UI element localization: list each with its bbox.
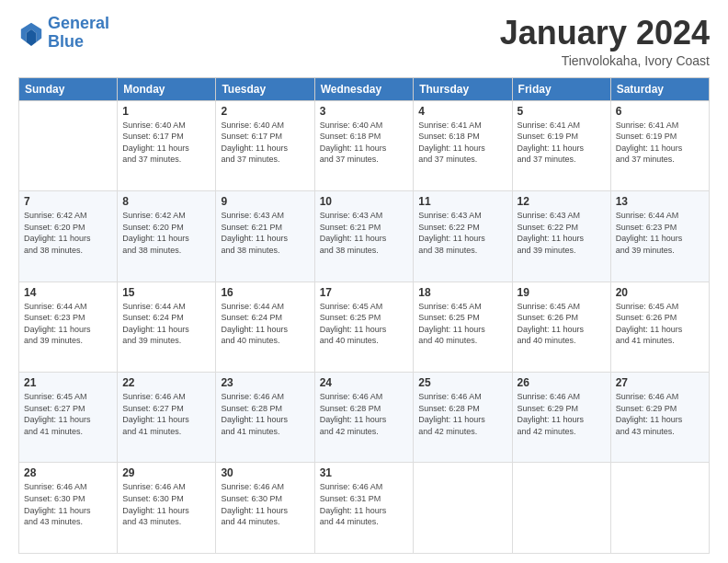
calendar-day-cell: 12Sunrise: 6:43 AM Sunset: 6:22 PM Dayli… <box>512 191 610 282</box>
logo-line2: Blue <box>48 32 84 51</box>
calendar-day-cell: 8Sunrise: 6:42 AM Sunset: 6:20 PM Daylig… <box>118 191 216 282</box>
day-number: 12 <box>518 195 606 208</box>
day-info: Sunrise: 6:46 AM Sunset: 6:28 PM Dayligh… <box>221 391 309 437</box>
day-number: 27 <box>616 376 704 389</box>
day-number: 28 <box>24 466 112 479</box>
calendar-day-cell: 7Sunrise: 6:42 AM Sunset: 6:20 PM Daylig… <box>19 191 118 282</box>
title-area: January 2024 Tienvolokaha, Ivory Coast <box>500 15 710 68</box>
day-info: Sunrise: 6:42 AM Sunset: 6:20 PM Dayligh… <box>24 210 112 256</box>
day-info: Sunrise: 6:42 AM Sunset: 6:20 PM Dayligh… <box>122 210 210 256</box>
calendar-day-cell: 11Sunrise: 6:43 AM Sunset: 6:22 PM Dayli… <box>414 191 512 282</box>
day-info: Sunrise: 6:46 AM Sunset: 6:31 PM Dayligh… <box>320 481 409 527</box>
day-number: 26 <box>518 376 606 389</box>
calendar-day-cell: 5Sunrise: 6:41 AM Sunset: 6:19 PM Daylig… <box>512 100 610 190</box>
calendar-day-cell: 14Sunrise: 6:44 AM Sunset: 6:23 PM Dayli… <box>19 282 118 372</box>
day-info: Sunrise: 6:43 AM Sunset: 6:22 PM Dayligh… <box>418 210 506 256</box>
calendar-day-cell: 9Sunrise: 6:43 AM Sunset: 6:21 PM Daylig… <box>216 191 314 282</box>
calendar-day-cell: 25Sunrise: 6:46 AM Sunset: 6:28 PM Dayli… <box>414 373 512 463</box>
day-number: 5 <box>518 105 606 118</box>
day-of-week-header: Monday <box>118 77 216 100</box>
day-number: 8 <box>122 195 210 208</box>
calendar-day-cell: 2Sunrise: 6:40 AM Sunset: 6:17 PM Daylig… <box>216 100 314 190</box>
logo: General Blue <box>18 15 109 52</box>
day-info: Sunrise: 6:40 AM Sunset: 6:18 PM Dayligh… <box>320 120 409 166</box>
day-of-week-header: Friday <box>512 77 610 100</box>
day-number: 19 <box>518 286 606 299</box>
day-info: Sunrise: 6:43 AM Sunset: 6:22 PM Dayligh… <box>518 210 606 256</box>
day-of-week-header: Thursday <box>414 77 512 100</box>
logo-line1: General <box>48 14 109 32</box>
day-info: Sunrise: 6:45 AM Sunset: 6:25 PM Dayligh… <box>320 301 409 347</box>
calendar-day-cell: 6Sunrise: 6:41 AM Sunset: 6:19 PM Daylig… <box>610 100 709 190</box>
day-info: Sunrise: 6:45 AM Sunset: 6:26 PM Dayligh… <box>616 301 704 347</box>
day-info: Sunrise: 6:46 AM Sunset: 6:27 PM Dayligh… <box>122 391 210 437</box>
day-number: 22 <box>122 376 210 389</box>
day-of-week-header: Saturday <box>610 77 709 100</box>
day-number: 18 <box>418 286 506 299</box>
calendar-day-cell: 26Sunrise: 6:46 AM Sunset: 6:29 PM Dayli… <box>512 373 610 463</box>
day-info: Sunrise: 6:41 AM Sunset: 6:18 PM Dayligh… <box>418 120 506 166</box>
calendar-day-cell: 29Sunrise: 6:46 AM Sunset: 6:30 PM Dayli… <box>118 463 216 554</box>
day-info: Sunrise: 6:44 AM Sunset: 6:24 PM Dayligh… <box>221 301 309 347</box>
calendar-day-cell: 13Sunrise: 6:44 AM Sunset: 6:23 PM Dayli… <box>610 191 709 282</box>
logo-icon <box>18 20 44 46</box>
day-info: Sunrise: 6:46 AM Sunset: 6:28 PM Dayligh… <box>320 391 409 437</box>
day-of-week-header: Tuesday <box>216 77 314 100</box>
day-number: 29 <box>122 466 210 479</box>
day-number: 15 <box>122 286 210 299</box>
day-info: Sunrise: 6:41 AM Sunset: 6:19 PM Dayligh… <box>518 120 606 166</box>
day-info: Sunrise: 6:44 AM Sunset: 6:23 PM Dayligh… <box>616 210 704 256</box>
day-info: Sunrise: 6:40 AM Sunset: 6:17 PM Dayligh… <box>221 120 309 166</box>
day-info: Sunrise: 6:45 AM Sunset: 6:26 PM Dayligh… <box>518 301 606 347</box>
day-of-week-header: Wednesday <box>314 77 414 100</box>
calendar-day-cell: 24Sunrise: 6:46 AM Sunset: 6:28 PM Dayli… <box>314 373 414 463</box>
calendar-header-row: SundayMondayTuesdayWednesdayThursdayFrid… <box>19 77 710 100</box>
day-number: 6 <box>616 105 704 118</box>
calendar-week-row: 14Sunrise: 6:44 AM Sunset: 6:23 PM Dayli… <box>19 282 710 372</box>
day-info: Sunrise: 6:46 AM Sunset: 6:29 PM Dayligh… <box>518 391 606 437</box>
calendar-day-cell: 31Sunrise: 6:46 AM Sunset: 6:31 PM Dayli… <box>314 463 414 554</box>
calendar-day-cell: 15Sunrise: 6:44 AM Sunset: 6:24 PM Dayli… <box>118 282 216 372</box>
calendar-day-cell <box>414 463 512 554</box>
day-number: 3 <box>320 105 409 118</box>
day-number: 13 <box>616 195 704 208</box>
calendar-day-cell: 22Sunrise: 6:46 AM Sunset: 6:27 PM Dayli… <box>118 373 216 463</box>
day-info: Sunrise: 6:41 AM Sunset: 6:19 PM Dayligh… <box>616 120 704 166</box>
day-number: 7 <box>24 195 112 208</box>
day-info: Sunrise: 6:43 AM Sunset: 6:21 PM Dayligh… <box>320 210 409 256</box>
day-number: 17 <box>320 286 409 299</box>
calendar-day-cell: 21Sunrise: 6:45 AM Sunset: 6:27 PM Dayli… <box>19 373 118 463</box>
day-number: 14 <box>24 286 112 299</box>
day-number: 2 <box>221 105 309 118</box>
header: General Blue January 2024 Tienvolokaha, … <box>18 15 710 68</box>
calendar-day-cell: 23Sunrise: 6:46 AM Sunset: 6:28 PM Dayli… <box>216 373 314 463</box>
calendar-week-row: 21Sunrise: 6:45 AM Sunset: 6:27 PM Dayli… <box>19 373 710 463</box>
day-number: 9 <box>221 195 309 208</box>
day-number: 20 <box>616 286 704 299</box>
calendar-day-cell: 3Sunrise: 6:40 AM Sunset: 6:18 PM Daylig… <box>314 100 414 190</box>
calendar-day-cell <box>610 463 709 554</box>
calendar-table: SundayMondayTuesdayWednesdayThursdayFrid… <box>18 77 710 554</box>
logo-text: General Blue <box>48 15 109 52</box>
calendar-day-cell <box>512 463 610 554</box>
day-info: Sunrise: 6:40 AM Sunset: 6:17 PM Dayligh… <box>122 120 210 166</box>
day-number: 31 <box>320 466 409 479</box>
day-of-week-header: Sunday <box>19 77 118 100</box>
calendar-week-row: 1Sunrise: 6:40 AM Sunset: 6:17 PM Daylig… <box>19 100 710 190</box>
calendar-day-cell: 18Sunrise: 6:45 AM Sunset: 6:25 PM Dayli… <box>414 282 512 372</box>
day-info: Sunrise: 6:43 AM Sunset: 6:21 PM Dayligh… <box>221 210 309 256</box>
calendar-day-cell: 19Sunrise: 6:45 AM Sunset: 6:26 PM Dayli… <box>512 282 610 372</box>
calendar-day-cell: 16Sunrise: 6:44 AM Sunset: 6:24 PM Dayli… <box>216 282 314 372</box>
day-info: Sunrise: 6:46 AM Sunset: 6:30 PM Dayligh… <box>221 481 309 527</box>
day-info: Sunrise: 6:44 AM Sunset: 6:23 PM Dayligh… <box>24 301 112 347</box>
calendar-day-cell: 1Sunrise: 6:40 AM Sunset: 6:17 PM Daylig… <box>118 100 216 190</box>
day-number: 30 <box>221 466 309 479</box>
calendar-day-cell <box>19 100 118 190</box>
day-info: Sunrise: 6:46 AM Sunset: 6:29 PM Dayligh… <box>616 391 704 437</box>
location-subtitle: Tienvolokaha, Ivory Coast <box>500 53 710 68</box>
day-info: Sunrise: 6:46 AM Sunset: 6:30 PM Dayligh… <box>122 481 210 527</box>
day-number: 21 <box>24 376 112 389</box>
calendar-day-cell: 27Sunrise: 6:46 AM Sunset: 6:29 PM Dayli… <box>610 373 709 463</box>
day-info: Sunrise: 6:45 AM Sunset: 6:25 PM Dayligh… <box>418 301 506 347</box>
calendar-day-cell: 17Sunrise: 6:45 AM Sunset: 6:25 PM Dayli… <box>314 282 414 372</box>
